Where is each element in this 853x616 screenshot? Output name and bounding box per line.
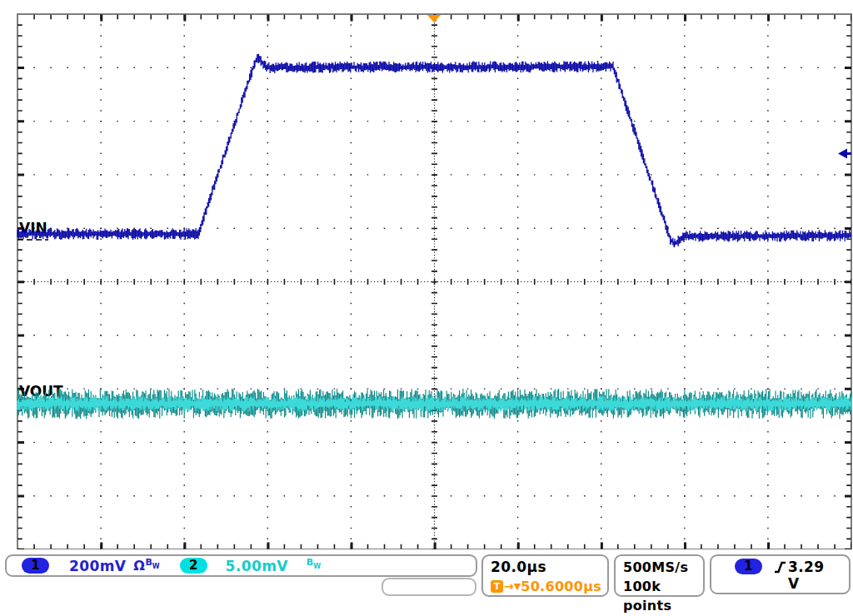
channel-readout-box[interactable]: 1 200mV Ω BW 2 5.00mV BW: [5, 554, 477, 577]
trigger-readout-box[interactable]: 1 3.29 V: [710, 554, 851, 594]
ch1-vertical-scale: 200mV: [69, 558, 126, 574]
ch1-impedance-symbol: Ω: [133, 558, 145, 574]
trigger-marker-icon: ▼: [514, 581, 521, 592]
ch2-badge[interactable]: 2: [180, 558, 207, 574]
ch2-vertical-scale: 5.00mV: [226, 558, 288, 574]
horizontal-readout-box[interactable]: 20.0µs T → ▼ 50.6000µs: [481, 554, 609, 597]
trigger-source-badge[interactable]: 1: [735, 559, 762, 574]
trigger-level-value: 3.29 V: [788, 559, 841, 592]
trigger-position-readout: T → ▼ 50.6000µs: [491, 577, 607, 595]
scope-display: VIN VOUT: [0, 0, 853, 549]
ch1-badge[interactable]: 1: [22, 558, 49, 574]
trigger-position-value: 50.6000µs: [521, 579, 601, 594]
ch2-bandwidth-limit-icon: BW: [307, 557, 321, 568]
trigger-position-marker[interactable]: [427, 15, 441, 22]
trigger-t-icon: T: [491, 580, 503, 593]
trigger-level-marker[interactable]: [838, 149, 851, 159]
graticule-center-cross: [17, 14, 851, 549]
graticule-horizontal-division-lines: [33, 67, 851, 495]
graticule-edge-ticks: [20, 17, 851, 550]
trigger-arrow-icon: →: [504, 579, 514, 593]
acquisition-readout-box[interactable]: 500MS/s 100k points: [614, 554, 705, 597]
ch1-bandwidth-limit-icon: BW: [145, 557, 159, 568]
secondary-readout-box: [382, 578, 476, 596]
record-length: 100k points: [623, 577, 703, 615]
timebase-scale: 20.0µs: [491, 557, 607, 577]
sample-rate: 500MS/s: [623, 558, 703, 577]
rising-edge-icon: [773, 559, 788, 575]
